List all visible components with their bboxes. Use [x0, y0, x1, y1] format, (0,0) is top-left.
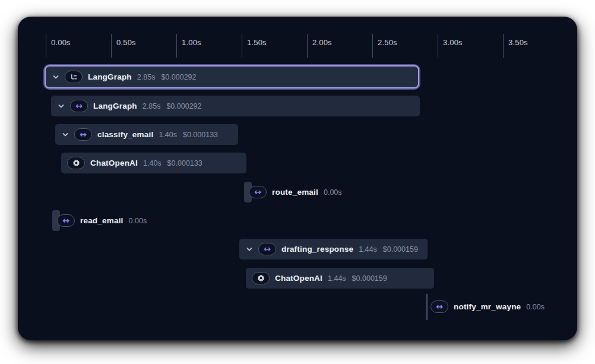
- timeline-tick-label: 3.00s: [443, 38, 463, 47]
- timeline-tick: [438, 34, 438, 58]
- span-duration: 0.00s: [324, 188, 342, 197]
- timeline-tick: [242, 34, 242, 58]
- trace-span-row[interactable]: ↔ drafting_response 1.44s $0.000159: [239, 239, 428, 259]
- span-bar[interactable]: ↔ notify_mr_wayne 0.00s: [426, 300, 545, 313]
- span-type-badge: ↔: [74, 128, 92, 141]
- span-type-badge: ↔: [252, 272, 270, 284]
- timeline-ruler: 0.00s 0.50s 1.00s 1.50s 2.00s 2.50s 3.00…: [18, 17, 577, 58]
- span-duration: 1.44s: [359, 245, 377, 254]
- span-duration: 2.85s: [143, 102, 161, 110]
- chevron-down-icon[interactable]: [52, 73, 59, 81]
- span-cost: $0.000133: [167, 159, 202, 167]
- timeline-tick: [503, 34, 504, 58]
- span-bar[interactable]: ↔ route_email 0.00s: [244, 186, 342, 198]
- openai-icon: [257, 274, 265, 282]
- trace-span-row[interactable]: ↔ ChatOpenAI 1.40s $0.000133: [61, 153, 246, 173]
- span-bar[interactable]: ↔ ChatOpenAI 1.44s $0.000159: [246, 268, 434, 289]
- chevron-down-icon[interactable]: [61, 131, 69, 138]
- span-bar[interactable]: ↔ ChatOpenAI 1.40s $0.000133: [61, 153, 246, 173]
- trace-span-row[interactable]: ↔ classify_email 1.40s $0.000133: [55, 124, 238, 145]
- span-name: route_email: [272, 188, 318, 197]
- timeline-tick-label: 2.00s: [312, 38, 332, 47]
- span-type-badge: ↔: [258, 243, 276, 255]
- span-duration: 2.85s: [137, 73, 156, 81]
- timeline-tick: [111, 34, 112, 58]
- span-bar[interactable]: ↔ drafting_response 1.44s $0.000159: [239, 239, 428, 259]
- double-arrow-icon: ↔: [264, 245, 271, 253]
- double-arrow-icon: ↔: [254, 188, 261, 196]
- span-duration: 1.40s: [159, 131, 177, 139]
- trace-span-row[interactable]: ↔ ChatOpenAI 1.44s $0.000159: [246, 268, 434, 289]
- span-type-badge: ↔: [70, 100, 88, 112]
- span-duration: 1.44s: [328, 274, 346, 283]
- span-name: notify_mr_wayne: [454, 302, 521, 311]
- span-cost: $0.000159: [383, 245, 418, 254]
- span-type-badge: ↔: [65, 71, 83, 83]
- span-name: LangGraph: [93, 102, 137, 110]
- span-name: ChatOpenAI: [90, 159, 138, 167]
- timeline-tick-label: 1.50s: [247, 38, 267, 47]
- run-tree-icon: [70, 74, 78, 81]
- timeline-tick-label: 1.00s: [182, 38, 201, 47]
- span-type-badge: ↔: [431, 300, 448, 313]
- span-cost: $0.000159: [352, 274, 387, 283]
- span-duration: 0.00s: [526, 303, 545, 311]
- span-name: ChatOpenAI: [275, 274, 322, 283]
- trace-waterfall-card: 0.00s 0.50s 1.00s 1.50s 2.00s 2.50s 3.00…: [18, 17, 577, 340]
- span-type-badge: ↔: [249, 186, 267, 198]
- span-cost: $0.000292: [161, 73, 196, 81]
- timeline-tick-label: 2.50s: [378, 38, 397, 47]
- double-arrow-icon: ↔: [80, 130, 87, 138]
- timeline-tick-label: 3.50s: [508, 38, 528, 47]
- span-name: LangGraph: [88, 72, 132, 81]
- timeline-tick: [176, 34, 177, 58]
- double-arrow-icon: ↔: [75, 102, 83, 110]
- span-name: drafting_response: [281, 245, 353, 254]
- span-bar[interactable]: ↔ LangGraph 2.85s $0.000292: [51, 96, 420, 116]
- span-bar[interactable]: ↔ read_email 0.00s: [52, 214, 147, 227]
- span-bar[interactable]: ↔ classify_email 1.40s $0.000133: [55, 124, 238, 145]
- span-name: read_email: [80, 216, 124, 225]
- trace-span-row[interactable]: ↔ route_email 0.00s: [244, 182, 342, 202]
- chevron-down-icon[interactable]: [57, 102, 65, 110]
- timeline-tick-label: 0.00s: [51, 38, 71, 47]
- timeline-tick-label: 0.50s: [116, 38, 136, 47]
- span-type-badge: ↔: [67, 157, 85, 169]
- span-cost: $0.000292: [166, 102, 201, 110]
- timeline-tick: [372, 34, 373, 58]
- trace-span-row[interactable]: ↔ notify_mr_wayne 0.00s: [426, 296, 545, 317]
- chevron-down-icon[interactable]: [245, 245, 253, 253]
- openai-icon: [72, 159, 80, 167]
- span-bar[interactable]: ↔ LangGraph 2.85s $0.000292: [45, 65, 419, 88]
- trace-span-row[interactable]: ↔ LangGraph 2.85s $0.000292: [45, 65, 419, 88]
- trace-span-row[interactable]: ↔ read_email 0.00s: [52, 210, 147, 231]
- span-duration: 0.00s: [129, 217, 147, 225]
- timeline-tick: [307, 34, 308, 58]
- span-cost: $0.000133: [183, 131, 218, 139]
- double-arrow-icon: ↔: [62, 216, 69, 224]
- trace-span-row[interactable]: ↔ LangGraph 2.85s $0.000292: [51, 96, 420, 116]
- double-arrow-icon: ↔: [436, 302, 443, 311]
- span-name: classify_email: [97, 130, 153, 139]
- span-type-badge: ↔: [57, 214, 75, 227]
- timeline-tick: [46, 34, 46, 58]
- span-duration: 1.40s: [143, 159, 162, 167]
